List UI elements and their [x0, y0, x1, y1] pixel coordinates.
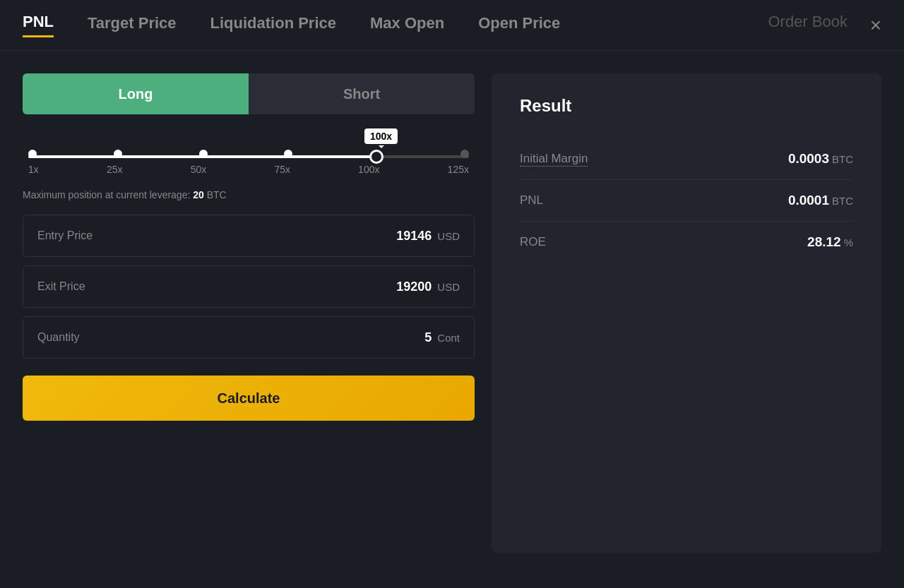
- result-label-2: ROE: [520, 235, 546, 249]
- leverage-section: 100x 1x 25x 50x 75x: [23, 128, 475, 200]
- entry-price-label: Entry Price: [37, 229, 93, 242]
- calculate-button[interactable]: Calculate: [23, 376, 475, 421]
- result-row: ROE28.12%: [520, 222, 853, 263]
- dot-25x[interactable]: [114, 150, 122, 158]
- result-label-1: PNL: [520, 193, 543, 208]
- dot-100x[interactable]: [369, 150, 383, 164]
- quantity-number: 5: [424, 330, 432, 345]
- max-position-value: 20: [193, 189, 204, 200]
- dot-50x[interactable]: [199, 150, 208, 158]
- label-75x: 75x: [274, 164, 290, 175]
- leverage-tooltip: 100x: [364, 128, 398, 144]
- tab-pnl[interactable]: PNL: [23, 13, 54, 37]
- leverage-labels: 1x 25x 50x 75x 100x 125x: [28, 164, 469, 175]
- exit-price-unit: USD: [437, 281, 460, 293]
- top-bar: PNLTarget PriceLiquidation PriceMax Open…: [0, 0, 904, 51]
- label-100x: 100x: [358, 164, 379, 175]
- main-content: Long Short 100x: [0, 51, 904, 575]
- result-value-2: 28.12%: [807, 234, 853, 250]
- dot-125x[interactable]: [460, 150, 469, 158]
- close-button[interactable]: ×: [870, 16, 881, 35]
- exit-price-number: 19200: [396, 280, 432, 294]
- result-label-0: Initial Margin: [520, 152, 588, 167]
- order-book-label: Order Book: [768, 13, 848, 31]
- label-125x: 125x: [448, 164, 469, 175]
- dot-75x[interactable]: [284, 150, 292, 158]
- slider-track[interactable]: [28, 155, 469, 158]
- label-1x: 1x: [28, 164, 39, 175]
- entry-price-value: 19146 USD: [396, 229, 460, 244]
- entry-price-number: 19146: [396, 229, 432, 244]
- input-group: Entry Price 19146 USD Exit Price 19200 U…: [23, 215, 475, 359]
- exit-price-label: Exit Price: [37, 280, 85, 293]
- result-row: PNL0.0001BTC: [520, 180, 853, 222]
- quantity-unit: Cont: [437, 332, 460, 344]
- exit-price-field[interactable]: Exit Price 19200 USD: [23, 265, 475, 308]
- quantity-field[interactable]: Quantity 5 Cont: [23, 316, 475, 359]
- label-50x: 50x: [191, 164, 207, 175]
- result-title: Result: [520, 96, 853, 116]
- slider-wrapper: 100x 1x 25x 50x 75x: [23, 128, 475, 181]
- result-value-0: 0.0003BTC: [788, 151, 853, 167]
- max-position-text: Maximum position at current leverage: 20…: [23, 189, 475, 200]
- exit-price-value: 19200 USD: [396, 280, 460, 294]
- dot-1x[interactable]: [28, 150, 37, 158]
- tab-max-open[interactable]: Max Open: [370, 14, 444, 37]
- quantity-label: Quantity: [37, 331, 80, 344]
- quantity-value: 5 Cont: [424, 330, 460, 345]
- label-25x: 25x: [107, 164, 123, 175]
- result-rows: Initial Margin0.0003BTCPNL0.0001BTCROE28…: [520, 138, 853, 263]
- result-row: Initial Margin0.0003BTC: [520, 138, 853, 180]
- entry-price-unit: USD: [437, 230, 460, 242]
- entry-price-field[interactable]: Entry Price 19146 USD: [23, 215, 475, 257]
- tab-liquidation-price[interactable]: Liquidation Price: [210, 14, 336, 37]
- long-button[interactable]: Long: [23, 73, 249, 114]
- slider-dots: [28, 150, 469, 164]
- left-panel: Long Short 100x: [23, 73, 475, 553]
- long-short-toggle: Long Short: [23, 73, 475, 114]
- result-panel: Result Initial Margin0.0003BTCPNL0.0001B…: [492, 73, 881, 553]
- tab-target-price[interactable]: Target Price: [88, 14, 177, 37]
- short-button[interactable]: Short: [249, 73, 475, 114]
- result-value-1: 0.0001BTC: [788, 193, 853, 208]
- tab-open-price[interactable]: Open Price: [478, 14, 560, 37]
- max-position-unit: BTC: [207, 189, 227, 200]
